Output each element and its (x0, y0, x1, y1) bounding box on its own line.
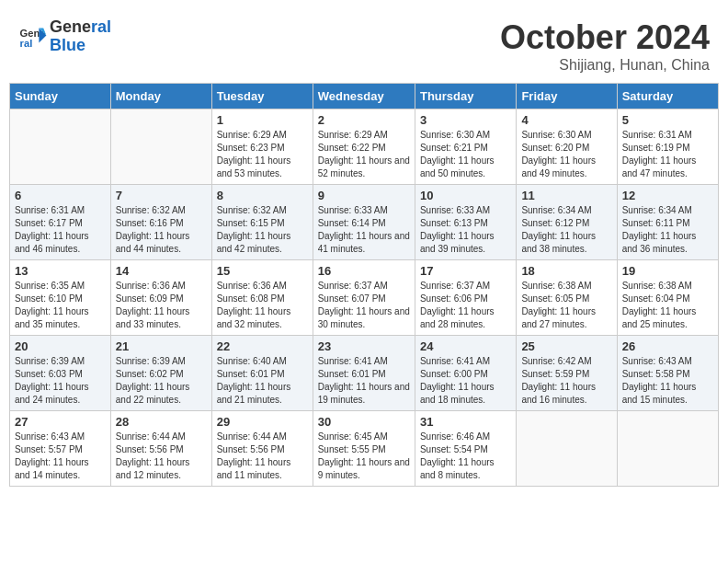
day-number: 11 (521, 189, 611, 202)
day-info: Sunrise: 6:36 AMSunset: 6:09 PMDaylight:… (116, 280, 207, 331)
week-row-1: 1Sunrise: 6:29 AMSunset: 6:23 PMDaylight… (10, 109, 719, 185)
day-info: Sunrise: 6:37 AMSunset: 6:06 PMDaylight:… (420, 280, 511, 331)
calendar-cell: 20Sunrise: 6:39 AMSunset: 6:03 PMDayligh… (10, 336, 111, 411)
calendar-cell: 12Sunrise: 6:34 AMSunset: 6:11 PMDayligh… (617, 185, 718, 260)
weekday-header-tuesday: Tuesday (211, 84, 313, 109)
month-title: October 2024 (500, 18, 710, 57)
calendar-cell: 8Sunrise: 6:32 AMSunset: 6:15 PMDaylight… (211, 185, 313, 260)
day-info: Sunrise: 6:33 AMSunset: 6:14 PMDaylight:… (318, 204, 410, 256)
weekday-header-thursday: Thursday (415, 84, 516, 109)
calendar-cell: 16Sunrise: 6:37 AMSunset: 6:07 PMDayligh… (313, 260, 415, 336)
calendar-cell: 11Sunrise: 6:34 AMSunset: 6:12 PMDayligh… (517, 185, 617, 260)
weekday-header-sunday: Sunday (10, 84, 111, 109)
calendar-cell: 28Sunrise: 6:44 AMSunset: 5:56 PMDayligh… (110, 411, 211, 487)
day-number: 29 (217, 415, 308, 429)
weekday-header-saturday: Saturday (617, 84, 718, 109)
calendar-cell: 30Sunrise: 6:45 AMSunset: 5:55 PMDayligh… (313, 411, 415, 487)
day-info: Sunrise: 6:44 AMSunset: 5:56 PMDaylight:… (217, 431, 308, 482)
calendar-cell: 1Sunrise: 6:29 AMSunset: 6:23 PMDaylight… (211, 109, 313, 185)
day-number: 21 (116, 339, 207, 353)
day-number: 20 (15, 339, 106, 353)
week-row-4: 20Sunrise: 6:39 AMSunset: 6:03 PMDayligh… (10, 336, 719, 411)
weekday-header-row: SundayMondayTuesdayWednesdayThursdayFrid… (10, 84, 719, 109)
calendar-cell: 6Sunrise: 6:31 AMSunset: 6:17 PMDaylight… (10, 185, 111, 260)
day-info: Sunrise: 6:43 AMSunset: 5:58 PMDaylight:… (622, 355, 713, 407)
day-number: 28 (116, 415, 207, 429)
day-number: 27 (15, 415, 106, 429)
calendar-cell: 9Sunrise: 6:33 AMSunset: 6:14 PMDaylight… (313, 185, 415, 260)
calendar-cell: 4Sunrise: 6:30 AMSunset: 6:20 PMDaylight… (517, 109, 617, 185)
day-info: Sunrise: 6:39 AMSunset: 6:03 PMDaylight:… (15, 355, 106, 407)
day-info: Sunrise: 6:46 AMSunset: 5:54 PMDaylight:… (420, 431, 511, 482)
day-info: Sunrise: 6:29 AMSunset: 6:22 PMDaylight:… (318, 129, 410, 180)
calendar-cell: 25Sunrise: 6:42 AMSunset: 5:59 PMDayligh… (517, 336, 617, 411)
day-info: Sunrise: 6:35 AMSunset: 6:10 PMDaylight:… (15, 280, 106, 331)
logo: Gene ral General Blue (18, 18, 111, 55)
day-number: 17 (420, 264, 511, 278)
calendar-cell (517, 411, 617, 487)
calendar-cell: 15Sunrise: 6:36 AMSunset: 6:08 PMDayligh… (211, 260, 313, 336)
day-number: 19 (622, 264, 713, 278)
calendar-cell: 26Sunrise: 6:43 AMSunset: 5:58 PMDayligh… (617, 336, 718, 411)
day-info: Sunrise: 6:38 AMSunset: 6:04 PMDaylight:… (622, 280, 713, 331)
day-number: 26 (622, 339, 713, 353)
day-number: 30 (318, 415, 410, 429)
calendar-cell (617, 411, 718, 487)
calendar-cell: 22Sunrise: 6:40 AMSunset: 6:01 PMDayligh… (211, 336, 313, 411)
calendar-cell: 3Sunrise: 6:30 AMSunset: 6:21 PMDaylight… (415, 109, 516, 185)
logo-text: General Blue (50, 18, 111, 55)
calendar-cell: 18Sunrise: 6:38 AMSunset: 6:05 PMDayligh… (517, 260, 617, 336)
day-number: 3 (420, 113, 511, 127)
location-title: Shijiang, Hunan, China (500, 57, 710, 74)
calendar-cell: 23Sunrise: 6:41 AMSunset: 6:01 PMDayligh… (313, 336, 415, 411)
day-number: 13 (15, 264, 106, 278)
svg-text:ral: ral (20, 38, 33, 49)
day-number: 9 (318, 189, 410, 202)
calendar-cell: 7Sunrise: 6:32 AMSunset: 6:16 PMDaylight… (110, 185, 211, 260)
week-row-2: 6Sunrise: 6:31 AMSunset: 6:17 PMDaylight… (10, 185, 719, 260)
calendar-cell: 14Sunrise: 6:36 AMSunset: 6:09 PMDayligh… (110, 260, 211, 336)
day-info: Sunrise: 6:30 AMSunset: 6:20 PMDaylight:… (521, 129, 611, 180)
calendar-cell: 5Sunrise: 6:31 AMSunset: 6:19 PMDaylight… (617, 109, 718, 185)
calendar-cell: 10Sunrise: 6:33 AMSunset: 6:13 PMDayligh… (415, 185, 516, 260)
day-number: 12 (622, 189, 713, 202)
day-number: 23 (318, 339, 410, 353)
calendar-cell: 19Sunrise: 6:38 AMSunset: 6:04 PMDayligh… (617, 260, 718, 336)
day-info: Sunrise: 6:34 AMSunset: 6:12 PMDaylight:… (521, 204, 611, 256)
day-number: 25 (521, 339, 611, 353)
day-info: Sunrise: 6:32 AMSunset: 6:16 PMDaylight:… (116, 204, 207, 256)
week-row-3: 13Sunrise: 6:35 AMSunset: 6:10 PMDayligh… (10, 260, 719, 336)
page-header: Gene ral General Blue October 2024 Shiji… (9, 9, 719, 78)
day-info: Sunrise: 6:41 AMSunset: 6:00 PMDaylight:… (420, 355, 511, 407)
day-info: Sunrise: 6:43 AMSunset: 5:57 PMDaylight:… (15, 431, 106, 482)
day-info: Sunrise: 6:44 AMSunset: 5:56 PMDaylight:… (116, 431, 207, 482)
day-info: Sunrise: 6:32 AMSunset: 6:15 PMDaylight:… (217, 204, 308, 256)
day-info: Sunrise: 6:45 AMSunset: 5:55 PMDaylight:… (318, 431, 410, 482)
weekday-header-friday: Friday (517, 84, 617, 109)
day-number: 6 (15, 189, 106, 202)
day-info: Sunrise: 6:34 AMSunset: 6:11 PMDaylight:… (622, 204, 713, 256)
day-info: Sunrise: 6:37 AMSunset: 6:07 PMDaylight:… (318, 280, 410, 331)
day-number: 31 (420, 415, 511, 429)
day-number: 1 (217, 113, 308, 127)
day-number: 22 (217, 339, 308, 353)
day-number: 18 (521, 264, 611, 278)
calendar-cell (10, 109, 111, 185)
day-number: 4 (521, 113, 611, 127)
day-info: Sunrise: 6:38 AMSunset: 6:05 PMDaylight:… (521, 280, 611, 331)
calendar-cell: 29Sunrise: 6:44 AMSunset: 5:56 PMDayligh… (211, 411, 313, 487)
day-number: 7 (116, 189, 207, 202)
day-info: Sunrise: 6:31 AMSunset: 6:17 PMDaylight:… (15, 204, 106, 256)
calendar-cell: 13Sunrise: 6:35 AMSunset: 6:10 PMDayligh… (10, 260, 111, 336)
calendar-table: SundayMondayTuesdayWednesdayThursdayFrid… (9, 83, 719, 487)
day-number: 24 (420, 339, 511, 353)
day-number: 5 (622, 113, 713, 127)
day-number: 14 (116, 264, 207, 278)
calendar-cell: 21Sunrise: 6:39 AMSunset: 6:02 PMDayligh… (110, 336, 211, 411)
calendar-cell: 2Sunrise: 6:29 AMSunset: 6:22 PMDaylight… (313, 109, 415, 185)
day-info: Sunrise: 6:29 AMSunset: 6:23 PMDaylight:… (217, 129, 308, 180)
title-area: October 2024 Shijiang, Hunan, China (500, 18, 710, 74)
day-info: Sunrise: 6:40 AMSunset: 6:01 PMDaylight:… (217, 355, 308, 407)
day-info: Sunrise: 6:33 AMSunset: 6:13 PMDaylight:… (420, 204, 511, 256)
weekday-header-monday: Monday (110, 84, 211, 109)
